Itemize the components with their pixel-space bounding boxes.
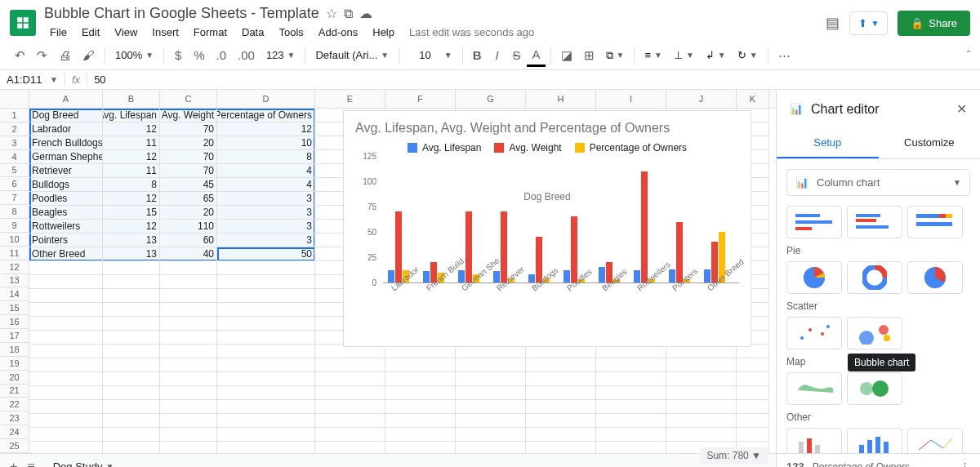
cell[interactable]	[666, 358, 737, 372]
cell[interactable]	[160, 386, 217, 400]
cell[interactable]: Retriever	[29, 164, 103, 178]
cell[interactable]: 40	[160, 247, 217, 261]
wrap-button[interactable]: ↲▼	[701, 46, 731, 64]
decrease-decimal-button[interactable]: .0	[212, 45, 232, 65]
row-header[interactable]: 18	[0, 343, 29, 357]
row-header[interactable]: 14	[0, 287, 29, 301]
cell[interactable]	[315, 442, 385, 453]
cell[interactable]	[456, 358, 526, 372]
cell[interactable]: 13	[103, 247, 160, 261]
cell[interactable]	[103, 303, 160, 317]
fill-color-button[interactable]: ◪	[556, 45, 577, 66]
chart-thumb-bar-h1[interactable]	[786, 206, 842, 238]
cell[interactable]	[315, 414, 385, 428]
row-header[interactable]: 21	[0, 385, 29, 398]
cell[interactable]	[385, 428, 456, 442]
cell[interactable]	[456, 428, 526, 442]
cell[interactable]	[217, 303, 315, 317]
collapse-toolbar-icon[interactable]: ˆ	[967, 49, 970, 61]
more-button[interactable]: ⋯	[773, 45, 795, 66]
cell[interactable]	[217, 358, 315, 372]
menu-help[interactable]: Help	[367, 24, 400, 41]
row-header[interactable]: 8	[0, 205, 29, 219]
cell[interactable]: 60	[160, 234, 217, 247]
row-header[interactable]: 24	[0, 425, 29, 439]
cell[interactable]: 50	[217, 247, 315, 261]
cell[interactable]	[160, 303, 217, 317]
chart-thumb-pie3[interactable]	[907, 261, 963, 294]
cell[interactable]	[666, 386, 737, 400]
col-header[interactable]: F	[385, 90, 456, 108]
italic-button[interactable]: I	[488, 45, 506, 65]
menu-format[interactable]: Format	[188, 24, 233, 41]
rotate-button[interactable]: ↻▼	[733, 46, 763, 64]
cell[interactable]	[29, 386, 103, 400]
present-button[interactable]: ⬆▼	[849, 11, 888, 35]
chart-thumb-other1[interactable]	[786, 428, 842, 453]
cell[interactable]	[456, 414, 526, 428]
zoom-select[interactable]: 100%▼	[110, 46, 158, 64]
cell[interactable]	[217, 331, 315, 345]
col-header[interactable]: G	[456, 90, 526, 108]
row-header[interactable]: 3	[0, 136, 29, 150]
cell[interactable]	[456, 386, 526, 400]
cell[interactable]	[315, 372, 385, 386]
cell[interactable]	[103, 331, 160, 345]
cell[interactable]	[29, 261, 103, 275]
cell[interactable]: 10	[217, 136, 315, 150]
cell[interactable]: 11	[103, 136, 160, 150]
cell[interactable]	[103, 386, 160, 400]
status-bar[interactable]: Sum: 780 ▼	[700, 447, 768, 464]
col-header[interactable]: C	[160, 90, 217, 108]
chart-thumb-map1[interactable]	[786, 372, 842, 405]
cell[interactable]: 70	[160, 164, 217, 178]
row-header[interactable]: 4	[0, 150, 29, 164]
menu-data[interactable]: Data	[236, 24, 270, 41]
col-header[interactable]: J	[666, 90, 737, 108]
cell[interactable]: Avg. Lifespan	[103, 109, 160, 122]
cell[interactable]	[29, 400, 103, 414]
cell[interactable]: 3	[217, 234, 315, 247]
chart-thumb-other3[interactable]	[907, 428, 963, 453]
cell[interactable]	[737, 400, 769, 414]
add-sheet-button[interactable]: +	[10, 460, 17, 468]
cell[interactable]	[103, 414, 160, 428]
cell[interactable]	[103, 358, 160, 372]
cell[interactable]	[596, 442, 666, 453]
cell[interactable]	[737, 358, 769, 372]
cell[interactable]	[666, 372, 737, 386]
share-button[interactable]: 🔒Share	[898, 11, 970, 36]
cloud-icon[interactable]: ☁	[359, 6, 372, 21]
col-header[interactable]: H	[526, 90, 596, 108]
strike-button[interactable]: S	[507, 45, 525, 65]
cell[interactable]	[103, 400, 160, 414]
row-header[interactable]: 12	[0, 260, 29, 274]
col-header[interactable]: E	[315, 90, 385, 108]
cell[interactable]	[526, 414, 596, 428]
row-header[interactable]: 10	[0, 233, 29, 247]
formula-input[interactable]: 50	[87, 73, 980, 86]
tab-setup[interactable]: Setup	[777, 128, 879, 158]
menu-add-ons[interactable]: Add-ons	[313, 24, 363, 41]
cell[interactable]	[29, 372, 103, 386]
cell[interactable]	[160, 331, 217, 345]
cell[interactable]	[737, 414, 769, 428]
col-header[interactable]: A	[29, 90, 103, 108]
chart-thumb-map2[interactable]	[847, 372, 902, 405]
cell[interactable]	[596, 386, 666, 400]
row-header[interactable]: 20	[0, 371, 29, 385]
cell[interactable]	[29, 331, 103, 345]
cell[interactable]	[29, 428, 103, 442]
cell[interactable]: 45	[160, 178, 217, 192]
chart-thumb-bar-h3[interactable]	[907, 206, 963, 238]
cell[interactable]	[217, 289, 315, 303]
col-header[interactable]: K	[737, 90, 769, 108]
cell[interactable]: 8	[103, 178, 160, 192]
h-align-button[interactable]: ≡▼	[639, 46, 667, 64]
cell[interactable]: 4	[217, 178, 315, 192]
close-icon[interactable]: ✕	[956, 101, 967, 117]
move-icon[interactable]: ⧉	[344, 7, 353, 21]
tab-customize[interactable]: Customize	[879, 128, 981, 158]
cell[interactable]: 13	[103, 234, 160, 247]
cell[interactable]	[160, 317, 217, 331]
